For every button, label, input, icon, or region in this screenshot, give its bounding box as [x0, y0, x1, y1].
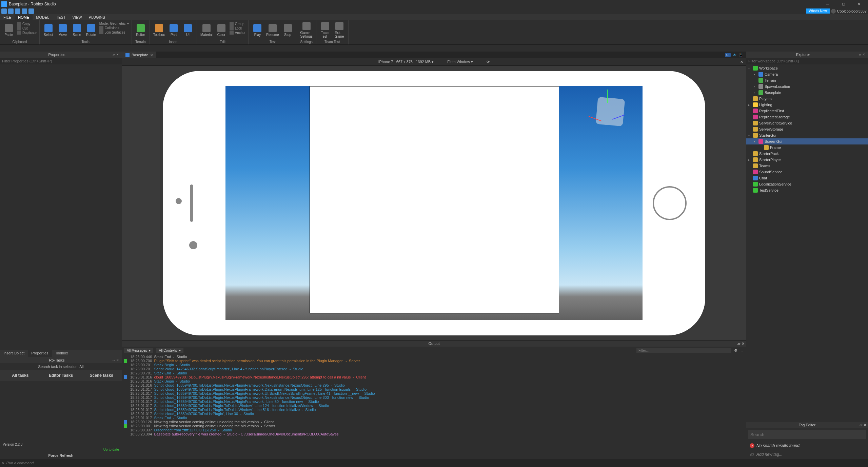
expand-icon[interactable]: ▸	[748, 158, 752, 161]
group-button[interactable]: Group	[230, 22, 246, 26]
undock-icon[interactable]: ▱	[860, 423, 862, 427]
tree-item-camera[interactable]: ▸Camera	[746, 71, 868, 77]
output-log[interactable]: 18:26:00.446 Stack End - Studio 18:26:00…	[122, 354, 746, 459]
device-icon[interactable]: 📱	[738, 53, 743, 57]
close-icon[interactable]: ✕	[116, 358, 120, 362]
add-tag-button[interactable]: 🏷 Add new tag...	[746, 450, 868, 459]
fit-dropdown[interactable]: Fit to Window ▾	[447, 60, 473, 64]
viewport[interactable]	[122, 66, 746, 340]
ui-badge[interactable]: UI	[725, 53, 731, 57]
menu-file[interactable]: FILE	[0, 14, 15, 20]
force-refresh-button[interactable]: Force Refresh	[0, 452, 122, 459]
terrain-editor-button[interactable]: Editor	[134, 21, 147, 39]
close-icon[interactable]: ✕	[116, 53, 120, 57]
part-button[interactable]: Part	[167, 21, 180, 39]
ui-button[interactable]: UI	[181, 21, 195, 39]
tree-item-players[interactable]: Players	[746, 96, 868, 102]
lock-button[interactable]: Lock	[230, 26, 246, 30]
collisions-toggle[interactable]: Collisions	[99, 26, 129, 30]
rotate-button[interactable]: Rotate	[84, 21, 98, 39]
tree-item-frame[interactable]: Frame	[746, 144, 868, 151]
output-filter-input[interactable]	[636, 348, 731, 353]
doc-tab[interactable]: Baseplate ✕	[122, 52, 156, 58]
minimize-button[interactable]: —	[820, 0, 835, 8]
tree-item-soundservice[interactable]: SoundService	[746, 169, 868, 175]
play-button[interactable]: Play	[251, 21, 264, 39]
gui-frame[interactable]	[310, 86, 559, 313]
mode-dropdown[interactable]: Mode: Geometric ▾	[99, 22, 129, 25]
qa-icon[interactable]	[1, 8, 7, 14]
expand-icon[interactable]: ▾	[748, 67, 752, 70]
game-settings-button[interactable]: Game Settings	[299, 21, 314, 39]
panel-tab[interactable]: Insert Object	[0, 350, 28, 357]
anchor-button[interactable]: Anchor	[230, 31, 246, 35]
tree-item-chat[interactable]: Chat	[746, 175, 868, 181]
select-button[interactable]: Select	[42, 21, 55, 39]
material-button[interactable]: Material	[199, 21, 214, 39]
team-test-button[interactable]: Team Test	[318, 21, 332, 39]
join-surfaces-toggle[interactable]: Join Surfaces	[99, 30, 129, 34]
whats-new-button[interactable]: What's New	[806, 8, 830, 14]
expand-icon[interactable]: ▸	[754, 85, 757, 88]
undock-icon[interactable]: ▱	[112, 358, 116, 362]
expand-icon[interactable]: ▸	[748, 103, 752, 106]
tree-item-baseplate[interactable]: ▸Baseplate	[746, 90, 868, 96]
expand-icon[interactable]: ▾	[754, 140, 757, 143]
menu-test[interactable]: TEST	[53, 14, 69, 20]
tree-item-starterplayer[interactable]: ▸StarterPlayer	[746, 157, 868, 163]
menu-model[interactable]: MODEL	[33, 14, 53, 20]
undock-icon[interactable]: ▱	[112, 53, 116, 57]
color-button[interactable]: Color	[215, 21, 228, 39]
duplicate-button[interactable]: Duplicate	[17, 31, 37, 35]
undock-icon[interactable]: ▱	[737, 342, 740, 346]
undock-icon[interactable]: ▱	[858, 53, 862, 57]
exit-game-button[interactable]: Exit Game	[333, 21, 346, 39]
stop-button[interactable]: Stop	[281, 21, 295, 39]
task-tab[interactable]: Scene tasks	[81, 370, 122, 381]
expand-icon[interactable]: ▸	[754, 73, 757, 76]
menu-plugins[interactable]: PLUGINS	[85, 14, 108, 20]
eye-icon[interactable]: 👁	[733, 53, 736, 57]
expand-icon[interactable]: ▾	[748, 134, 752, 137]
qa-icon[interactable]	[28, 8, 34, 14]
command-input[interactable]	[6, 461, 866, 465]
copy-button[interactable]: Copy	[17, 22, 37, 26]
menu-home[interactable]: HOME	[15, 14, 33, 20]
tree-item-replicatedstorage[interactable]: ReplicatedStorage	[746, 114, 868, 120]
close-icon[interactable]: ✕	[862, 53, 866, 57]
game-viewport[interactable]	[225, 86, 643, 320]
qa-icon[interactable]	[8, 8, 14, 14]
explorer-tree[interactable]: ▾Workspace▸CameraTerrain▸SpawnLocation▸B…	[746, 64, 868, 422]
properties-filter-input[interactable]	[0, 58, 122, 64]
task-tab[interactable]: Editor Tasks	[41, 370, 81, 381]
messages-dropdown[interactable]: All Messages ▾	[124, 348, 153, 353]
tree-item-startergui[interactable]: ▾StarterGui	[746, 132, 868, 138]
close-tab-icon[interactable]: ✕	[150, 53, 153, 57]
close-emulator-icon[interactable]: ✕	[740, 60, 743, 64]
cut-button[interactable]: Cut	[17, 26, 37, 30]
tree-item-serverscriptservice[interactable]: ServerScriptService	[746, 120, 868, 126]
contexts-dropdown[interactable]: All Contexts ▾	[156, 348, 183, 353]
close-button[interactable]: ✕	[851, 0, 867, 8]
explorer-filter-input[interactable]	[746, 58, 868, 64]
menu-view[interactable]: VIEW	[69, 14, 85, 20]
tree-item-starterpack[interactable]: StarterPack	[746, 151, 868, 157]
expand-icon[interactable]: ▸	[754, 91, 757, 94]
tree-item-testservice[interactable]: TestService	[746, 187, 868, 193]
qa-icon[interactable]	[22, 8, 27, 14]
tree-item-lighting[interactable]: ▸Lighting	[746, 102, 868, 108]
task-tab[interactable]: All tasks	[0, 370, 41, 381]
panel-tab[interactable]: Toolbox	[52, 350, 72, 357]
refresh-icon[interactable]: ⟳	[487, 60, 490, 64]
panel-tab[interactable]: Properties	[28, 350, 52, 357]
output-settings-icon[interactable]: ⚙	[734, 348, 737, 353]
paste-button[interactable]: Paste	[2, 21, 16, 39]
device-dropdown[interactable]: iPhone 7 667 x 375 1392 MB ▾	[378, 60, 434, 64]
close-icon[interactable]: ✕	[864, 423, 867, 427]
close-icon[interactable]: ✕	[742, 342, 745, 346]
toolbox-button[interactable]: Toolbox	[152, 21, 166, 39]
tree-item-localizationservice[interactable]: LocalizationService	[746, 181, 868, 187]
tree-item-spawnlocation[interactable]: ▸SpawnLocation	[746, 83, 868, 90]
output-menu-icon[interactable]: ⋮	[740, 348, 744, 353]
tree-item-serverstorage[interactable]: ServerStorage	[746, 126, 868, 132]
